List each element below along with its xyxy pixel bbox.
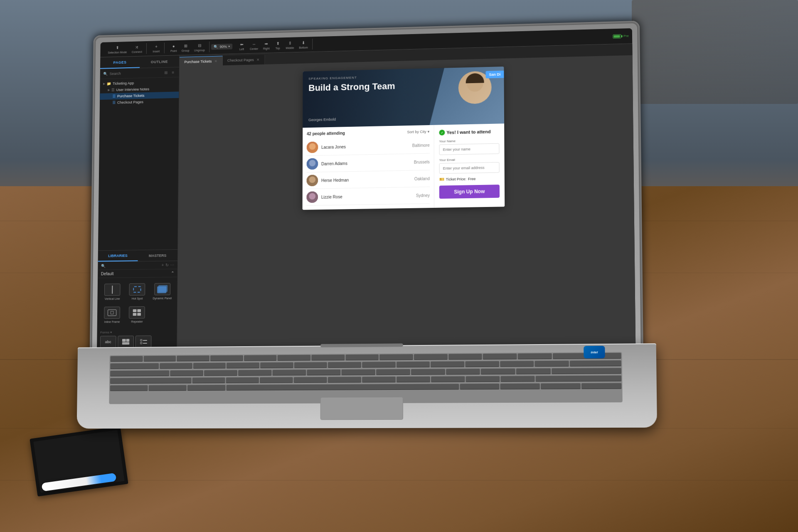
name-input[interactable] (439, 143, 500, 155)
libraries-more-button[interactable]: ⋯ (170, 263, 175, 267)
avatar-darren-circle (309, 160, 316, 166)
sidebar-search-input[interactable] (110, 71, 161, 76)
laptop-hinge (320, 343, 403, 347)
key-alt (187, 385, 226, 391)
preview-label[interactable]: Pre (623, 34, 629, 38)
dd-cell-1 (122, 339, 126, 341)
group-button[interactable]: ⊞ Group (180, 42, 191, 53)
sort-button[interactable]: Sort by City ▾ (407, 129, 430, 134)
key (376, 369, 410, 375)
checkbox-box-2 (140, 342, 142, 344)
repeater-icon (133, 309, 141, 316)
attendee-row-lizzie[interactable]: Lizzie Rose Sydney (306, 187, 430, 206)
key (341, 369, 375, 375)
tab-masters[interactable]: MASTERS (138, 250, 177, 261)
attendee-row-herse[interactable]: Herse Hedman Oakland (307, 170, 430, 189)
connect-button[interactable]: ⤮ Connect (130, 43, 144, 54)
connect-label: Connect (132, 50, 142, 53)
key (278, 355, 311, 361)
tab-checkout-pages[interactable]: Checkout Pages ✕ (222, 55, 265, 66)
attendee-row-darren[interactable]: Darren Adams Brussels (307, 154, 430, 173)
component-repeater[interactable]: Repeater (125, 304, 149, 325)
tab-purchase-tickets[interactable]: Purchase Tickets ✕ (180, 56, 223, 66)
page-icon-user-interview: ☰ (111, 88, 115, 92)
key-shift-right (535, 375, 621, 382)
toolbar-group-insert: + Insert (148, 43, 165, 54)
tab-outline[interactable]: OUTLINE (140, 55, 179, 68)
component-dynamic-panel[interactable]: Dynamic Panel (150, 281, 174, 302)
component-hot-spot[interactable]: Hot Spot (126, 281, 149, 303)
align-left-button[interactable]: ⬅ Left (236, 40, 247, 52)
selection-mode-button[interactable]: ⬆ Selection Mode (106, 44, 129, 55)
key (446, 369, 480, 374)
text-field-icon: abc (105, 340, 111, 344)
group-icon: ⊞ (182, 43, 189, 49)
key-caps (110, 370, 170, 376)
check-icon: ✓ (439, 130, 445, 135)
repeater-cell-2 (138, 309, 141, 312)
point-button[interactable]: ● Point (168, 42, 179, 53)
toolbar-group-tools: ● Point ⊞ Group ⊟ Ungroup (166, 42, 209, 54)
form-title: Yes! I want to attend (446, 129, 490, 135)
key (516, 368, 551, 374)
key (160, 363, 192, 369)
align-center-button[interactable]: ↔ Center (248, 40, 260, 52)
key-space (226, 384, 459, 390)
tab-purchase-tickets-close[interactable]: ✕ (214, 59, 217, 63)
event-speaker-text: Georges Embold (308, 117, 336, 122)
align-top-button[interactable]: ⬆ Top (272, 39, 283, 51)
insert-button[interactable]: + Insert (151, 43, 162, 54)
checkbox-icon (140, 339, 147, 344)
hair (466, 73, 484, 83)
libraries-add-button[interactable]: + (161, 263, 164, 267)
forms-grid: abc (100, 335, 174, 348)
laptop: ⬆ Selection Mode ⤮ Connect (89, 20, 670, 429)
email-input[interactable] (439, 162, 500, 174)
attendee-row-lacara[interactable]: Lacara Jones Baltimore (307, 137, 430, 156)
repeater-label: Repeater (131, 320, 143, 323)
avatar-lizzie-face (306, 191, 318, 203)
list-view-icon[interactable]: ≡ (170, 69, 176, 75)
align-left-label: Left (239, 48, 244, 51)
libraries-search-input[interactable] (107, 263, 160, 268)
tree-indent-arrow: ▶ (108, 89, 110, 92)
touchpad[interactable] (320, 397, 403, 420)
checkbox-line-1 (143, 340, 147, 341)
align-middle-button[interactable]: ⇕ Middle (284, 39, 296, 50)
key (535, 361, 569, 367)
key (204, 370, 237, 376)
dropdown-icon (122, 339, 129, 345)
iframe-inner (111, 311, 114, 314)
component-inline-frame[interactable]: Inline Frame (100, 304, 124, 326)
align-center-icon: ↔ (251, 41, 257, 47)
ungroup-button[interactable]: ⊟ Ungroup (192, 42, 207, 53)
libraries-selector[interactable]: Default ⌃ (98, 269, 177, 278)
align-bottom-button[interactable]: ⬇ Bottom (297, 39, 310, 50)
component-vertical-line[interactable]: Vertical Line (101, 281, 124, 303)
key-enter (552, 368, 621, 374)
point-icon: ● (170, 43, 177, 49)
signup-button[interactable]: Sign Up Now (439, 185, 500, 199)
ticket-price-label: Ticket Price: (446, 177, 466, 181)
page-icon-checkout: ☰ (112, 101, 116, 105)
tab-libraries[interactable]: LIBRARIES (98, 250, 138, 261)
form-component-text-field[interactable]: abc (100, 336, 116, 348)
key (227, 362, 259, 368)
form-component-dropdown[interactable] (118, 336, 134, 348)
libraries-refresh-button[interactable]: ↻ (165, 263, 169, 267)
toolbar-group-align: ⬅ Left ↔ Center ➡ Right (234, 39, 313, 52)
align-center-label: Center (250, 47, 258, 50)
align-right-button[interactable]: ➡ Right (261, 40, 272, 51)
zoom-control[interactable]: 🔍 90% ▾ (211, 44, 232, 50)
form-component-checkbox[interactable] (135, 335, 152, 348)
tree-item-checkout-pages[interactable]: ☰ Checkout Pages (100, 98, 179, 106)
repeater-icon-box (129, 306, 145, 319)
avatar-herse-face (307, 175, 318, 186)
hot-spot-icon (133, 286, 141, 293)
tab-pages[interactable]: PAGES (100, 57, 140, 69)
name-field-label: Your Name (439, 138, 500, 143)
key (170, 370, 204, 376)
tab-checkout-pages-close[interactable]: ✕ (256, 58, 260, 62)
sidebar-actions: ⊞ ≡ (163, 69, 176, 75)
grid-view-icon[interactable]: ⊞ (163, 69, 169, 75)
